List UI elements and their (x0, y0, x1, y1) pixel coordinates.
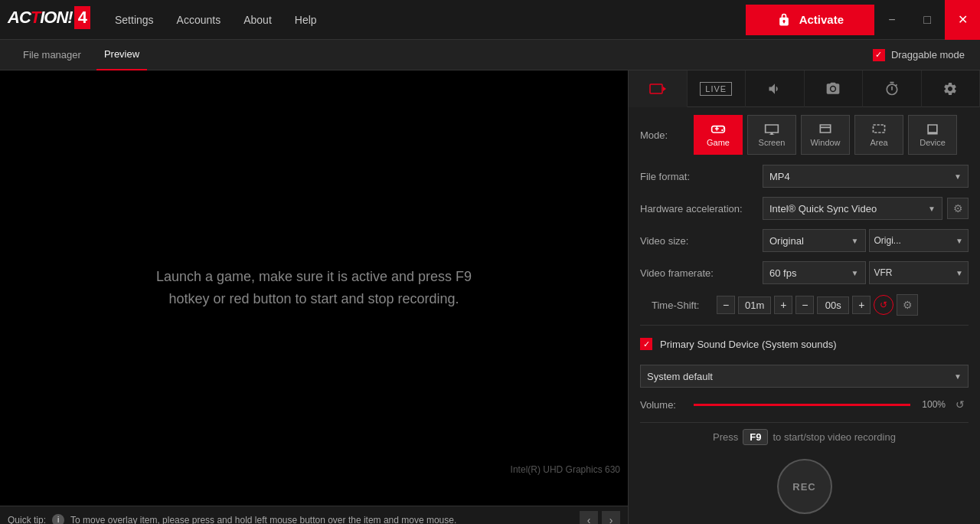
primary-sound-row: Primary Sound Device (System sounds) (640, 332, 969, 356)
mode-screen[interactable]: Screen (747, 115, 796, 155)
chevron-down-icon-vf2: ▼ (956, 269, 963, 277)
primary-sound-checkbox[interactable] (640, 338, 652, 350)
divider-2 (640, 422, 969, 423)
chevron-down-icon-hw: ▼ (928, 205, 936, 213)
instruction-line2: hotkey or red button to start and stop r… (168, 291, 459, 306)
nav-about[interactable]: About (243, 10, 272, 30)
video-size-select-main[interactable]: Original ▼ (763, 229, 866, 252)
mode-row: Mode: Game Screen (640, 115, 969, 155)
volume-slider[interactable] (694, 404, 910, 406)
draggable-mode-label: Draggable mode (891, 49, 965, 61)
icon-settings[interactable] (922, 70, 981, 107)
icon-bar: LIVE (629, 70, 980, 107)
info-icon: i (52, 514, 64, 525)
video-framerate-value: 60 fps (769, 267, 796, 279)
chevron-down-icon-vs2: ▼ (956, 237, 963, 245)
icon-screenshot[interactable] (805, 70, 864, 107)
video-framerate-selects: 60 fps ▼ VFR ▼ (763, 261, 969, 284)
mode-window-label: Window (810, 138, 840, 147)
file-format-value: MP4 (769, 171, 790, 182)
timeshift-minutes-decrement[interactable]: − (717, 296, 735, 314)
icon-audio[interactable] (746, 70, 805, 107)
draggable-mode-checkbox[interactable] (873, 49, 885, 61)
screen-icon (764, 123, 779, 135)
icon-record[interactable] (629, 70, 688, 107)
video-size-selects: Original ▼ Origi... ▼ (763, 229, 969, 252)
area-icon (871, 123, 887, 135)
preview-instruction: Launch a game, make sure it is active an… (156, 266, 472, 310)
mode-area-label: Area (870, 138, 887, 147)
mode-game[interactable]: Game (694, 115, 743, 155)
mode-label: Mode: (640, 129, 694, 141)
volume-label: Volume: (640, 399, 694, 411)
sound-device-select[interactable]: System default ▼ (640, 365, 969, 388)
divider-1 (640, 325, 969, 326)
timeshift-row: Time-Shift: − 01m + − 00s + ↺ ⚙ (640, 293, 969, 317)
nav-accounts[interactable]: Accounts (177, 10, 221, 30)
tip-prev-button[interactable]: ‹ (580, 511, 598, 525)
icon-live[interactable]: LIVE (688, 70, 746, 107)
sub-nav: File manager Preview Draggable mode (0, 40, 980, 70)
nav-settings[interactable]: Settings (115, 10, 154, 30)
svg-rect-3 (874, 125, 885, 133)
sound-device-row: System default ▼ (640, 364, 969, 388)
video-framerate-select-main[interactable]: 60 fps ▼ (763, 261, 866, 284)
mode-screen-label: Screen (759, 138, 786, 147)
minimize-button[interactable]: − (874, 0, 910, 40)
title-bar: AC T I ON! 4 Settings Accounts About Hel… (0, 0, 980, 40)
draggable-mode-toggle[interactable]: Draggable mode (873, 49, 965, 61)
icon-timer[interactable] (863, 70, 922, 107)
tab-file-manager[interactable]: File manager (15, 40, 89, 70)
nav-help[interactable]: Help (295, 10, 317, 30)
rec-area: REC (640, 451, 969, 524)
svg-marker-1 (663, 87, 666, 91)
file-format-select[interactable]: MP4 ▼ (763, 165, 969, 188)
live-badge: LIVE (700, 82, 732, 96)
hardware-accel-select[interactable]: Intel® Quick Sync Video ▼ (763, 197, 942, 220)
activate-label: Activate (799, 13, 844, 26)
hardware-accel-value: Intel® Quick Sync Video (769, 203, 877, 215)
chevron-down-icon-sd: ▼ (954, 372, 962, 381)
mode-buttons: Game Screen Window (694, 115, 957, 155)
screenshot-icon (825, 81, 841, 97)
window-icon (818, 123, 833, 135)
timeshift-minutes-increment[interactable]: + (774, 296, 792, 314)
quick-tip-text: To move overlay item, please press and h… (70, 515, 456, 525)
video-framerate-control: 60 fps ▼ VFR ▼ (763, 261, 969, 284)
volume-reset-button[interactable]: ↺ (952, 396, 969, 413)
settings-content: Mode: Game Screen (629, 107, 980, 524)
timeshift-seconds-increment[interactable]: + (852, 296, 871, 314)
hardware-accel-settings-button[interactable]: ⚙ (947, 198, 969, 219)
timeshift-seconds-decrement[interactable]: − (795, 296, 814, 314)
tip-next-button[interactable]: › (602, 511, 620, 525)
logo-version: 4 (74, 6, 90, 29)
video-size-label: Video size: (640, 235, 763, 247)
instruction-line1: Launch a game, make sure it is active an… (156, 269, 472, 284)
video-size-select-secondary[interactable]: Origi... ▼ (869, 229, 969, 252)
gamepad-icon (710, 123, 726, 135)
chevron-down-icon: ▼ (954, 172, 962, 181)
content-area: Launch a game, make sure it is active an… (0, 70, 980, 524)
file-format-control: MP4 ▼ (763, 165, 969, 188)
primary-sound-label: Primary Sound Device (System sounds) (660, 339, 836, 350)
activate-button[interactable]: Activate (746, 5, 874, 35)
hardware-accel-label: Hardware acceleration: (640, 203, 763, 215)
audio-icon (767, 81, 782, 97)
timeshift-reset-button[interactable]: ↺ (874, 295, 893, 315)
video-framerate-select-secondary[interactable]: VFR ▼ (869, 261, 969, 284)
device-icon (925, 123, 940, 135)
rec-button[interactable]: REC (777, 459, 832, 514)
maximize-button[interactable]: □ (910, 0, 945, 40)
close-button[interactable]: ✕ (945, 0, 980, 40)
hardware-accel-control: Intel® Quick Sync Video ▼ ⚙ (763, 197, 969, 220)
mode-window[interactable]: Window (801, 115, 850, 155)
mode-area[interactable]: Area (854, 115, 903, 155)
video-size-value: Original (769, 235, 804, 247)
press-label: Press (713, 431, 738, 443)
tab-preview[interactable]: Preview (96, 40, 147, 70)
mode-device-label: Device (920, 138, 946, 147)
timer-icon (884, 81, 900, 97)
chevron-down-icon-vf: ▼ (851, 269, 859, 277)
timeshift-settings-button[interactable]: ⚙ (897, 294, 918, 316)
mode-device[interactable]: Device (908, 115, 957, 155)
